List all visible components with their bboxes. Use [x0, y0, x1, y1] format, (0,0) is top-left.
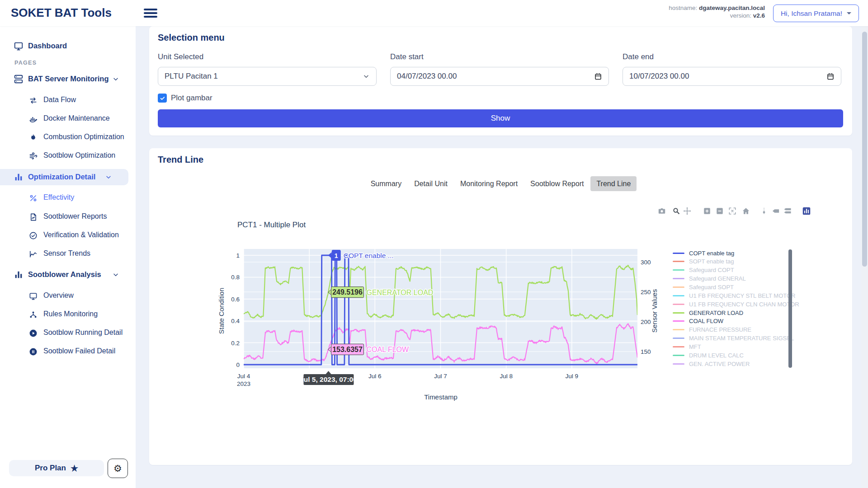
- autoscale-icon[interactable]: [728, 207, 736, 215]
- zoom-icon[interactable]: [672, 207, 680, 215]
- selection-menu-heading: Selection menu: [158, 33, 225, 43]
- pan-icon[interactable]: [683, 207, 691, 215]
- date-end-label: Date end: [623, 52, 654, 61]
- svg-text:249.5196: 249.5196: [332, 288, 363, 296]
- tab-trend-line[interactable]: Trend Line: [590, 176, 637, 191]
- chart-title: PCT1 - Multiple Plot: [237, 221, 306, 229]
- sidebar-item-effectivity[interactable]: Effectivity: [0, 190, 136, 206]
- date-end-input[interactable]: 10/07/2023 00.00: [623, 67, 841, 86]
- settings-button[interactable]: ⚙: [108, 459, 128, 478]
- docker-icon: [29, 115, 38, 123]
- legend-item-mft[interactable]: MFT: [673, 343, 701, 351]
- share-nodes-icon: [29, 310, 38, 319]
- sidebar-item-label: Sootblower Analysis: [28, 270, 101, 279]
- sidebar-item-sootblow-optimization[interactable]: Sootblow Optimization: [0, 148, 136, 164]
- camera-icon[interactable]: [658, 207, 666, 215]
- legend-swatch: [673, 363, 684, 365]
- legend-item-main-steam-temperature-sigsel[interactable]: MAIN STEAM TEMPERATURE SIGSEL: [673, 334, 794, 343]
- sidebar-item-label: Combustion Optimization: [43, 133, 124, 141]
- svg-text:150: 150: [641, 348, 651, 355]
- legend-item-sopt-enable-tag[interactable]: SOPT enable tag: [673, 258, 734, 266]
- unit-select[interactable]: PLTU Pacitan 1: [158, 67, 377, 86]
- hover-closest-icon[interactable]: [772, 207, 780, 215]
- sidebar-item-bat-server-monitoring[interactable]: BAT Server Monitoring: [0, 71, 136, 87]
- trend-plot[interactable]: PCT1 - Multiple Plot00.20.40.60.81150200…: [194, 217, 674, 407]
- chevron-down-icon: [112, 271, 119, 278]
- sidebar-item-data-flow[interactable]: Data Flow: [0, 92, 136, 108]
- sidebar-item-dashboard[interactable]: Dashboard: [0, 38, 136, 54]
- legend-item-generator-load[interactable]: GENERATOR LOAD: [673, 309, 743, 317]
- svg-text:0.2: 0.2: [231, 340, 240, 347]
- sidebar-item-label: BAT Server Monitoring: [28, 75, 108, 83]
- sidebar-item-combustion-optimization[interactable]: Combustion Optimization: [0, 129, 136, 145]
- page-scrollbar-thumb[interactable]: [862, 32, 867, 267]
- sidebar-item-docker-maintenance[interactable]: Docker Maintenance: [0, 111, 136, 127]
- sidebar-item-sootblower-reports[interactable]: Sootblower Reports: [0, 209, 136, 225]
- legend-item-copt-enable-tag[interactable]: COPT enable tag: [673, 249, 734, 257]
- pro-plan-badge[interactable]: Pro Plan ★: [9, 460, 104, 476]
- svg-text:300: 300: [641, 259, 651, 266]
- sidebar-item-label: Sootblow Failed Detail: [43, 347, 115, 355]
- legend-item-coal-flow[interactable]: COAL FLOW: [673, 317, 723, 325]
- sidebar-item-sootblow-failed-detail[interactable]: Sootblow Failed Detail: [0, 343, 136, 360]
- tab-monitoring-report[interactable]: Monitoring Report: [454, 176, 524, 191]
- sidebar-item-label: Rules Monitoring: [43, 310, 98, 318]
- flame-icon: [29, 133, 38, 142]
- app-title: SOKET BAT Tools: [11, 6, 112, 20]
- legend-label: MAIN STEAM TEMPERATURE SIGSEL: [689, 335, 794, 342]
- sidebar-item-optimization-detail[interactable]: Optimization Detail: [0, 169, 128, 185]
- tab-summary[interactable]: Summary: [365, 176, 407, 191]
- calendar-icon: [826, 72, 835, 80]
- legend-scrollbar[interactable]: [788, 249, 792, 368]
- plot-gambar-checkbox[interactable]: [158, 94, 167, 103]
- reset-axes-icon[interactable]: [742, 207, 750, 215]
- legend-item-safeguard-sopt[interactable]: Safeguard SOPT: [673, 283, 734, 291]
- legend-label: U1 FB FREQUENCY CLN CHAN MOTOR: [689, 301, 799, 308]
- legend-item-u1-fb-frequency-cln-chan-motor[interactable]: U1 FB FREQUENCY CLN CHAN MOTOR: [673, 300, 799, 308]
- date-start-label: Date start: [390, 52, 424, 61]
- trend-line-heading: Trend Line: [158, 155, 203, 165]
- svg-text:0: 0: [236, 361, 240, 368]
- legend-item-furnace-pressure[interactable]: FURNACE PRESSURE: [673, 326, 751, 334]
- version-value: v2.6: [753, 12, 765, 19]
- selection-menu-card: Selection menu Unit Selected PLTU Pacita…: [149, 26, 852, 136]
- sidebar-item-sootblower-analysis[interactable]: Sootblower Analysis: [0, 267, 136, 283]
- sidebar-item-label: Sensor Trends: [43, 249, 90, 258]
- hamburger-menu-icon[interactable]: [144, 9, 157, 19]
- svg-text:Jul 5, 2023, 07:00: Jul 5, 2023, 07:00: [300, 375, 357, 383]
- sidebar-item-overview[interactable]: Overview: [0, 288, 136, 304]
- spikeline-icon[interactable]: [760, 207, 768, 215]
- tab-sootblow-report[interactable]: Sootblow Report: [524, 176, 590, 191]
- svg-text:0.4: 0.4: [231, 318, 240, 324]
- sidebar-item-rules-monitoring[interactable]: Rules Monitoring: [0, 306, 136, 323]
- zoom-out-icon[interactable]: [716, 207, 724, 215]
- sidebar-item-sootblow-running-detail[interactable]: Sootblow Running Detail: [0, 325, 136, 341]
- user-menu-button[interactable]: Hi, Ichsan Pratama!: [773, 5, 859, 22]
- sidebar-item-label: Sootblower Reports: [43, 212, 107, 221]
- date-start-input[interactable]: 04/07/2023 00.00: [390, 67, 609, 86]
- page-scrollbar[interactable]: [861, 26, 868, 488]
- legend-item-safeguard-general[interactable]: Safeguard GENERAL: [673, 275, 746, 283]
- legend-label: Safeguard GENERAL: [689, 275, 746, 282]
- svg-text:250: 250: [641, 289, 651, 296]
- svg-text:Timestamp: Timestamp: [424, 393, 458, 401]
- hover-compare-icon[interactable]: [783, 207, 792, 215]
- legend-item-drum-level-calc[interactable]: DRUM LEVEL CALC: [673, 351, 744, 359]
- host-info: hostname: dgateway.pacitan.local version…: [669, 4, 765, 19]
- svg-text:Jul 8: Jul 8: [500, 373, 513, 380]
- zoom-in-icon[interactable]: [703, 207, 711, 215]
- legend-label: Safeguard COPT: [689, 267, 734, 273]
- sidebar-item-label: Data Flow: [43, 96, 76, 104]
- svg-text:Jul 4: Jul 4: [237, 373, 250, 380]
- legend-item-gen-active-power[interactable]: GEN. ACTIVE POWER: [673, 360, 750, 368]
- sidebar-item-sensor-trends[interactable]: Sensor Trends: [0, 246, 136, 262]
- show-button[interactable]: Show: [158, 109, 843, 127]
- sidebar-item-verification-validation[interactable]: Verification & Validation: [0, 227, 136, 244]
- tab-detail-unit[interactable]: Detail Unit: [408, 176, 453, 191]
- legend-item-safeguard-copt[interactable]: Safeguard COPT: [673, 266, 734, 274]
- plotly-logo-icon[interactable]: [802, 207, 811, 215]
- legend-swatch: [673, 295, 684, 296]
- svg-text:0.6: 0.6: [231, 296, 240, 303]
- legend-swatch: [673, 329, 684, 330]
- legend-item-u1-fb-frequency-stl-belt-motor[interactable]: U1 FB FREQUENCY STL BELT MOTOR: [673, 291, 796, 300]
